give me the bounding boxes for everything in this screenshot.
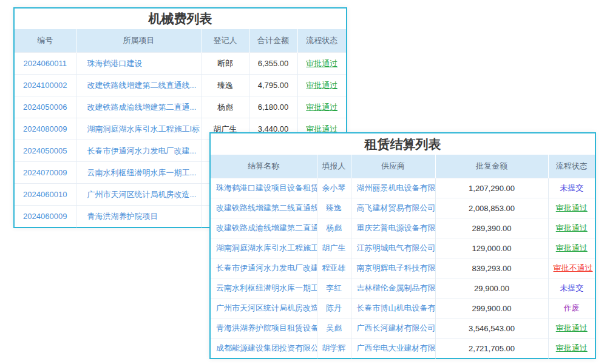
col-header-status: 流程状态 [548, 155, 595, 178]
approved-amount: 3,546,543.00 [435, 318, 548, 339]
lease-settlement-list-title: 租赁结算列表 [211, 133, 595, 155]
record-id-link[interactable]: 2024070009 [15, 162, 76, 184]
approved-amount: 289,390.00 [435, 218, 548, 238]
record-id-link[interactable]: 2024100002 [15, 75, 76, 96]
supplier-link[interactable]: 重庆艺普电源设备有限公司 [351, 218, 435, 238]
record-id-link[interactable]: 2024050005 [15, 140, 76, 162]
settlement-name-link[interactable]: 改建铁路成渝线增建第二直通线（... [211, 218, 317, 238]
supplier-link[interactable]: 江苏明城电气有限公司 [351, 238, 435, 258]
col-header-settlement-name: 结算名称 [211, 155, 317, 178]
status-badge[interactable]: 审批通过 [548, 238, 595, 258]
settlement-name-link[interactable]: 改建铁路线增建第二线直通线（成... [211, 198, 317, 218]
project-link[interactable]: 青海洪湖养护院项目 [76, 206, 202, 228]
machinery-fee-list-title: 机械费列表 [15, 8, 346, 29]
record-id-link[interactable]: 2024060010 [15, 184, 76, 206]
col-header-total-amount: 合计金额 [249, 29, 297, 53]
project-link[interactable]: 改建铁路线增建第二线直通线... [76, 75, 202, 96]
status-badge[interactable]: 审批通过 [297, 96, 346, 118]
status-badge[interactable]: 未提交 [548, 178, 595, 198]
record-id-link[interactable]: 2024060009 [15, 206, 76, 228]
table-row: 长春市伊通河水力发电厂改建工程... 程亚雄 南京明辉电子科技有限公司 839,… [211, 258, 595, 278]
settlement-name-link[interactable]: 云南水利枢纽潜明水库一期工程施... [211, 278, 317, 298]
record-id-link[interactable]: 2024080009 [15, 118, 76, 140]
project-link[interactable]: 广州市天河区统计局机房改造... [76, 184, 202, 206]
settlement-name-link[interactable]: 长春市伊通河水力发电厂改建工程... [211, 258, 317, 278]
col-header-filler: 填报人 [317, 155, 351, 178]
total-amount: 4,795.00 [249, 75, 297, 96]
record-id-link[interactable]: 2024060011 [15, 53, 76, 75]
project-link[interactable]: 珠海鹤港口建设 [76, 53, 202, 75]
filler-name-link[interactable]: 胡广生 [317, 238, 351, 258]
filler-name-link[interactable]: 杨彪 [317, 218, 351, 238]
col-header-supplier: 供应商 [351, 155, 435, 178]
registrant-name: 断郎 [202, 53, 249, 75]
lease-settlement-table: 结算名称 填报人 供应商 批复金额 流程状态 珠海鹤港口建设项目设备租赁结算 余… [211, 155, 595, 359]
status-badge[interactable]: 审批通过 [548, 339, 595, 359]
table-row: 2024050006 改建铁路成渝线增建第二直通... 杨彪 6,180.00 … [15, 96, 346, 118]
table-row: 改建铁路线增建第二线直通线（成... 臻逸 高飞建材贸易有限公司 2,008,8… [211, 198, 595, 218]
table-row: 云南水利枢纽潜明水库一期工程施... 李红 吉林楷伦金属制品有限公司 29,90… [211, 278, 595, 298]
filler-name-link[interactable]: 李红 [317, 278, 351, 298]
approved-amount: 299,900.00 [435, 298, 548, 318]
approved-amount: 839,293.00 [435, 258, 548, 278]
total-amount: 6,180.00 [249, 96, 297, 118]
registrant-name: 杨彪 [202, 96, 249, 118]
settlement-name-link[interactable]: 青海洪湖养护院项目租赁设备结算 [211, 318, 317, 339]
table-row: 湖南洞庭湖水库引水工程施工I标设... 胡广生 江苏明城电气有限公司 129,0… [211, 238, 595, 258]
project-link[interactable]: 湖南洞庭湖水库引水工程施工I标 [76, 118, 202, 140]
settlement-name-link[interactable]: 珠海鹤港口建设项目设备租赁结算 [211, 178, 317, 198]
col-header-id: 编号 [15, 29, 76, 53]
supplier-link[interactable]: 广西华电大业建材有限公司 [351, 339, 435, 359]
filler-name-link[interactable]: 胡学辉 [317, 339, 351, 359]
approved-amount: 1,207,290.00 [435, 178, 548, 198]
status-badge[interactable]: 审批通过 [297, 75, 346, 96]
supplier-link[interactable]: 广西长河建材有限公司 [351, 318, 435, 339]
filler-name-link[interactable]: 陈丹 [317, 298, 351, 318]
machinery-header-row: 编号 所属项目 登记人 合计金额 流程状态 [15, 29, 346, 53]
approved-amount: 2,721,705.00 [435, 339, 548, 359]
settlement-name-link[interactable]: 广州市天河区统计局机房改造项目 [211, 298, 317, 318]
filler-name-link[interactable]: 臻逸 [317, 198, 351, 218]
col-header-status: 流程状态 [297, 29, 346, 53]
supplier-link[interactable]: 长春市博山机电设备有限... [351, 298, 435, 318]
approved-amount: 2,008,853.00 [435, 198, 548, 218]
table-row: 广州市天河区统计局机房改造项目 陈丹 长春市博山机电设备有限... 299,90… [211, 298, 595, 318]
project-link[interactable]: 改建铁路成渝线增建第二直通... [76, 96, 202, 118]
approved-amount: 129,000.00 [435, 238, 548, 258]
total-amount: 6,355.00 [249, 53, 297, 75]
table-row: 改建铁路成渝线增建第二直通线（... 杨彪 重庆艺普电源设备有限公司 289,3… [211, 218, 595, 238]
registrant-name: 臻逸 [202, 75, 249, 96]
filler-name-link[interactable]: 程亚雄 [317, 258, 351, 278]
supplier-link[interactable]: 吉林楷伦金属制品有限公司 [351, 278, 435, 298]
table-row: 青海洪湖养护院项目租赁设备结算 吴彪 广西长河建材有限公司 3,546,543.… [211, 318, 595, 339]
settlement-name-link[interactable]: 湖南洞庭湖水库引水工程施工I标设... [211, 238, 317, 258]
project-link[interactable]: 云南水利枢纽潜明水库一期工... [76, 162, 202, 184]
settlement-name-link[interactable]: 成都能源建设集团投资有限公司临... [211, 339, 317, 359]
table-row: 2024060011 珠海鹤港口建设 断郎 6,355.00 审批通过 [15, 53, 346, 75]
supplier-link[interactable]: 南京明辉电子科技有限公司 [351, 258, 435, 278]
col-header-registrant: 登记人 [202, 29, 249, 53]
table-row: 2024100002 改建铁路线增建第二线直通线... 臻逸 4,795.00 … [15, 75, 346, 96]
status-badge[interactable]: 审批不通过 [548, 258, 595, 278]
filler-name-link[interactable]: 余小琴 [317, 178, 351, 198]
status-badge[interactable]: 审批通过 [548, 218, 595, 238]
col-header-project: 所属项目 [76, 29, 202, 53]
lease-settlement-list-panel: 租赁结算列表 结算名称 填报人 供应商 批复金额 流程状态 珠海鹤港口建设项目设… [209, 132, 596, 359]
project-link[interactable]: 长春市伊通河水力发电厂改建... [76, 140, 202, 162]
status-badge[interactable]: 审批通过 [297, 53, 346, 75]
status-badge[interactable]: 审批通过 [548, 318, 595, 339]
col-header-approved-amount: 批复金额 [435, 155, 548, 178]
table-row: 珠海鹤港口建设项目设备租赁结算 余小琴 湖州丽景机电设备有限公司 1,207,2… [211, 178, 595, 198]
lease-header-row: 结算名称 填报人 供应商 批复金额 流程状态 [211, 155, 595, 178]
supplier-link[interactable]: 湖州丽景机电设备有限公司 [351, 178, 435, 198]
page-canvas: 机械费列表 编号 所属项目 登记人 合计金额 流程状态 2024060011 珠… [0, 0, 607, 364]
filler-name-link[interactable]: 吴彪 [317, 318, 351, 339]
status-badge[interactable]: 审批通过 [548, 198, 595, 218]
record-id-link[interactable]: 2024050006 [15, 96, 76, 118]
status-badge[interactable]: 作废 [548, 298, 595, 318]
table-row: 成都能源建设集团投资有限公司临... 胡学辉 广西华电大业建材有限公司 2,72… [211, 339, 595, 359]
status-badge[interactable]: 未提交 [548, 278, 595, 298]
approved-amount: 29,900.00 [435, 278, 548, 298]
supplier-link[interactable]: 高飞建材贸易有限公司 [351, 198, 435, 218]
